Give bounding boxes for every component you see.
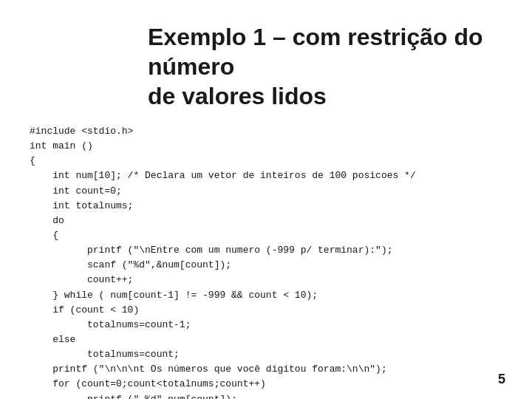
title-line1: Exemplo 1 – com restrição do número xyxy=(148,24,483,80)
slide: Exemplo 1 – com restrição do número de v… xyxy=(0,0,532,399)
page-number: 5 xyxy=(498,372,505,387)
code-block: #include <stdio.h> int main () { int num… xyxy=(30,124,502,399)
title-line2: de valores lidos xyxy=(148,83,327,109)
slide-title: Exemplo 1 – com restrição do número de v… xyxy=(148,22,502,111)
